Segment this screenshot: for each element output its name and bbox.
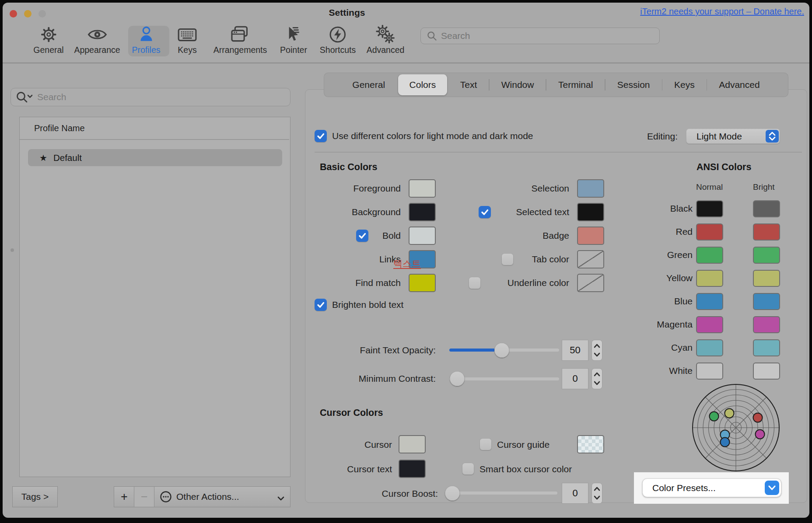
wheel-color-dot[interactable]: [725, 409, 734, 418]
cursor-guide-checkbox[interactable]: [480, 438, 492, 450]
ansi-colors-heading: ANSI Colors: [696, 162, 751, 173]
toolbar-item-keys[interactable]: Keys: [177, 24, 197, 55]
editing-label: Editing:: [595, 131, 678, 142]
tab-divider: [546, 79, 546, 91]
wheel-color-dot[interactable]: [710, 412, 719, 421]
ansi-magenta-bright-well[interactable]: [753, 316, 780, 333]
annotation-text: 텍스트: [393, 258, 421, 270]
selected-text-label: Selected text: [455, 207, 569, 217]
settings-search-field[interactable]: Search: [420, 28, 660, 44]
ansi-yellow-normal-well[interactable]: [696, 270, 723, 287]
toolbar-item-appearance[interactable]: Appearance: [74, 24, 120, 55]
ansi-black-normal-well[interactable]: [696, 200, 723, 217]
cursor-boost-value[interactable]: 0: [562, 483, 588, 504]
other-actions-menu[interactable]: Other Actions...: [154, 486, 290, 507]
add-profile-button[interactable]: +: [114, 486, 135, 507]
ansi-cyan-normal-well[interactable]: [696, 339, 723, 356]
foreground-color-well[interactable]: [409, 179, 436, 198]
badge-color-well[interactable]: [577, 227, 604, 245]
tab-divider: [662, 79, 663, 91]
ansi-red-normal-well[interactable]: [696, 223, 723, 241]
tab-colors[interactable]: Colors: [398, 74, 448, 95]
ansi-red-bright-well[interactable]: [753, 223, 780, 241]
donate-link[interactable]: iTerm2 needs your support – Donate here.: [640, 7, 804, 17]
wheel-color-dot[interactable]: [753, 413, 763, 422]
minimum-contrast-stepper[interactable]: [592, 368, 602, 389]
toolbar-item-general[interactable]: General: [33, 24, 63, 55]
profile-search-field[interactable]: Search: [10, 88, 290, 106]
badge-label: Badge: [455, 230, 569, 241]
gear-icon: [38, 24, 59, 45]
color-presets-button[interactable]: Color Presets...: [642, 478, 781, 497]
cursor-boost-stepper[interactable]: [592, 483, 602, 504]
brighten-bold-text-checkbox[interactable]: [315, 299, 327, 311]
ansi-green-bright-well[interactable]: [753, 247, 780, 264]
cursor-colors-heading: Cursor Colors: [320, 408, 383, 418]
stepper-down-icon: [593, 495, 601, 500]
wheel-color-dot[interactable]: [756, 430, 765, 439]
wheel-color-dot[interactable]: [721, 438, 730, 447]
ansi-black-label: Black: [605, 203, 693, 214]
ansi-white-bright-well[interactable]: [753, 363, 780, 380]
toolbar-item-pointer[interactable]: Pointer: [280, 24, 307, 55]
tab-session[interactable]: Session: [606, 74, 662, 95]
color-wheel[interactable]: [692, 384, 780, 471]
eye-icon: [87, 24, 107, 45]
stepper-down-icon: [593, 380, 601, 386]
tab-window[interactable]: Window: [490, 74, 546, 95]
background-color-well[interactable]: [409, 203, 436, 221]
ansi-cyan-bright-well[interactable]: [753, 339, 780, 356]
ansi-red-label: Red: [605, 227, 693, 237]
zoom-button: [38, 10, 46, 17]
minimum-contrast-label: Minimum Contrast:: [304, 373, 436, 384]
minimum-contrast-knob[interactable]: [450, 371, 465, 386]
profile-row-default[interactable]: ★ Default: [28, 149, 282, 166]
ansi-blue-label: Blue: [605, 296, 693, 307]
selected-text-color-well[interactable]: [577, 203, 604, 221]
smart-box-cursor-checkbox[interactable]: [462, 463, 474, 475]
cursor-text-color-well[interactable]: [399, 460, 426, 478]
ansi-magenta-label: Magenta: [605, 319, 693, 330]
ansi-yellow-label: Yellow: [605, 273, 693, 283]
cursor-boost-slider[interactable]: [452, 492, 557, 495]
close-button[interactable]: [10, 10, 17, 17]
popup-updown-chevrons-icon: [766, 130, 779, 143]
editing-mode-popup[interactable]: Light Mode: [686, 129, 780, 144]
underline-color-label: Underline color: [455, 278, 569, 288]
tab-advanced[interactable]: Advanced: [707, 74, 771, 95]
tab-color-color-well[interactable]: [577, 250, 604, 268]
ansi-blue-bright-well[interactable]: [753, 293, 780, 310]
tags-button[interactable]: Tags >: [12, 486, 58, 507]
toolbar-item-advanced[interactable]: Advanced: [367, 24, 405, 55]
brighten-bold-text-label: Brighten bold text: [332, 300, 403, 310]
ansi-black-bright-well[interactable]: [753, 200, 780, 217]
use-different-colors-checkbox[interactable]: [315, 130, 327, 142]
tab-keys[interactable]: Keys: [663, 74, 706, 95]
profile-list-column-header: Profile Name: [34, 123, 85, 133]
minimum-contrast-slider[interactable]: [449, 377, 559, 380]
find-match-color-well[interactable]: [409, 274, 436, 292]
faint-text-opacity-stepper[interactable]: [592, 340, 602, 361]
profile-tab-bar: GeneralColorsTextWindowTerminalSessionKe…: [324, 73, 788, 97]
minimum-contrast-value[interactable]: 0: [562, 368, 588, 389]
faint-text-opacity-value[interactable]: 50: [562, 340, 588, 361]
tab-general[interactable]: General: [341, 74, 396, 95]
default-profile-star-icon: ★: [39, 153, 47, 163]
underline-color-color-well[interactable]: [577, 274, 604, 292]
toolbar-item-profiles[interactable]: Profiles: [132, 24, 160, 55]
tab-terminal[interactable]: Terminal: [547, 74, 604, 95]
cursor-color-well[interactable]: [399, 435, 426, 453]
toolbar-item-arrangements[interactable]: Arrangements: [214, 24, 267, 55]
cursor-guide-color-well[interactable]: [577, 435, 604, 453]
ansi-magenta-normal-well[interactable]: [696, 316, 723, 333]
cursor-boost-knob[interactable]: [445, 486, 460, 501]
selection-color-well[interactable]: [577, 179, 604, 198]
bold-color-well[interactable]: [409, 227, 436, 245]
ansi-yellow-bright-well[interactable]: [753, 270, 780, 287]
toolbar-item-shortcuts[interactable]: Shortcuts: [320, 24, 356, 55]
ansi-green-normal-well[interactable]: [696, 247, 723, 264]
ansi-blue-normal-well[interactable]: [696, 293, 723, 310]
ansi-white-normal-well[interactable]: [696, 363, 723, 380]
minimize-button[interactable]: [24, 10, 32, 17]
tab-text[interactable]: Text: [449, 74, 489, 95]
